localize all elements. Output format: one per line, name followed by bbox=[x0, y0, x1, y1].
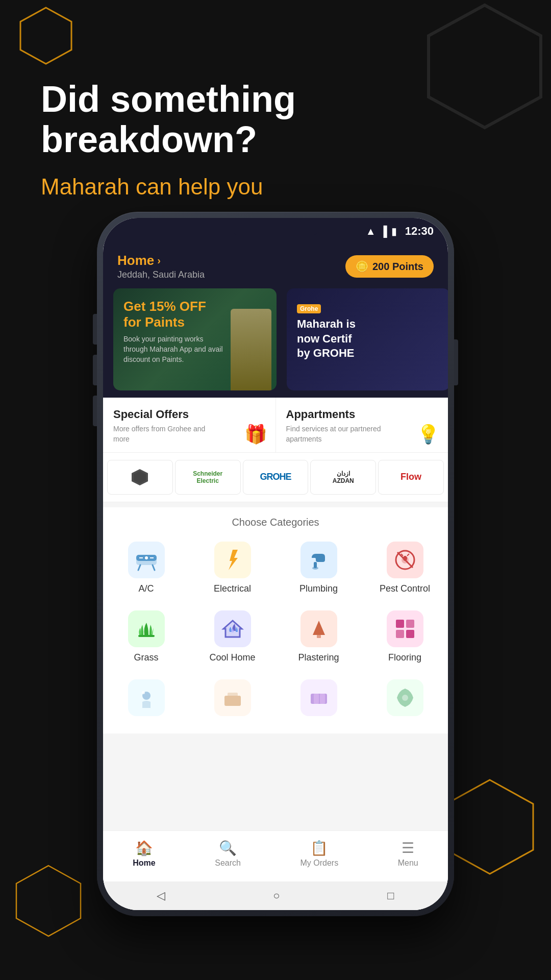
cool-home-label: Cool Home bbox=[209, 652, 255, 663]
special-offers-card[interactable]: Special Offers More offers from Grohee a… bbox=[103, 398, 276, 452]
svg-marker-13 bbox=[229, 550, 238, 570]
electrical-icon bbox=[220, 548, 245, 572]
offers-apartments-row: Special Offers More offers from Grohee a… bbox=[103, 398, 448, 453]
categories-grid: A/C Electrical bbox=[103, 533, 448, 729]
svg-marker-3 bbox=[16, 866, 81, 936]
android-home-button[interactable]: ○ bbox=[273, 889, 280, 902]
location-title[interactable]: Home › bbox=[117, 253, 205, 268]
hero-section: Did something breakdown? Maharah can hel… bbox=[41, 79, 510, 200]
brand-azdan-text: ازدانAZDAN bbox=[333, 470, 354, 485]
category-partial-4[interactable] bbox=[362, 671, 448, 729]
phone-inner: ▲ ▐ ▮ 12:30 Home › Jeddah, Saudi Arabia bbox=[103, 218, 448, 910]
pest-control-icon-wrapper bbox=[387, 542, 423, 578]
hex-decor-bottom-right bbox=[439, 776, 541, 878]
svg-rect-33 bbox=[228, 693, 238, 698]
points-badge[interactable]: 🪙 200 Points bbox=[345, 255, 434, 278]
home-nav-label: Home bbox=[133, 859, 155, 868]
svg-rect-27 bbox=[406, 620, 414, 628]
banner-card-paints[interactable]: Get 15% OFFfor Paints Book your painting… bbox=[113, 288, 277, 390]
signal-icon: ▐ bbox=[380, 226, 387, 237]
electrical-label: Electrical bbox=[214, 583, 251, 594]
partial-3-icon bbox=[307, 685, 331, 710]
app-content: Home › Jeddah, Saudi Arabia 🪙 200 Points bbox=[103, 244, 448, 910]
brands-row: SchneiderElectric GROHE ازدانAZDAN Flow bbox=[103, 453, 448, 502]
location-title-text: Home bbox=[117, 253, 154, 268]
points-value: 200 Points bbox=[372, 261, 423, 273]
apartments-card[interactable]: Appartments Find services at our partner… bbox=[276, 398, 448, 452]
flooring-icon bbox=[393, 617, 417, 641]
brand-m-logo bbox=[130, 467, 150, 487]
plumbing-label: Plumbing bbox=[299, 583, 338, 594]
android-back-button[interactable]: ◁ bbox=[157, 889, 165, 902]
category-plumbing[interactable]: Plumbing bbox=[276, 533, 362, 602]
plastering-icon-wrapper bbox=[300, 610, 337, 647]
category-grass[interactable]: Grass bbox=[103, 602, 189, 671]
svg-rect-25 bbox=[317, 635, 321, 638]
svg-rect-28 bbox=[396, 630, 404, 638]
nav-home[interactable]: 🏠 Home bbox=[133, 840, 155, 868]
grass-icon bbox=[134, 617, 159, 641]
pest-control-icon bbox=[393, 548, 417, 572]
category-plastering[interactable]: Plastering bbox=[276, 602, 362, 671]
hero-subtitle: Maharah can help you bbox=[41, 174, 510, 200]
status-time: 12:30 bbox=[405, 225, 434, 238]
battery-icon: ▮ bbox=[391, 225, 397, 237]
svg-rect-22 bbox=[138, 635, 155, 637]
brand-grohe-text: GROHE bbox=[260, 472, 291, 483]
brand-m[interactable] bbox=[107, 460, 173, 495]
hex-decor-top-left bbox=[15, 5, 77, 66]
plumbing-icon bbox=[307, 548, 331, 572]
brand-flow[interactable]: Flow bbox=[378, 460, 444, 495]
svg-line-9 bbox=[153, 565, 155, 570]
lamp-icon: 💡 bbox=[417, 424, 440, 445]
pest-control-label: Pest Control bbox=[380, 583, 430, 594]
partial-4-icon bbox=[393, 685, 417, 710]
cool-home-icon-wrapper bbox=[214, 610, 251, 647]
home-nav-icon: 🏠 bbox=[135, 840, 153, 856]
flooring-label: Flooring bbox=[388, 652, 421, 663]
category-partial-1[interactable] bbox=[103, 671, 189, 729]
brand-grohe[interactable]: GROHE bbox=[243, 460, 309, 495]
nav-menu[interactable]: ☰ Menu bbox=[398, 840, 418, 868]
banner-card-grohe[interactable]: Grohe Maharah isnow Certifby GROHE bbox=[287, 288, 448, 390]
ac-label: A/C bbox=[138, 583, 154, 594]
banner-lamp-image bbox=[231, 309, 271, 390]
brand-azdan[interactable]: ازدانAZDAN bbox=[310, 460, 376, 495]
status-icons: ▲ ▐ ▮ 12:30 bbox=[366, 225, 434, 238]
special-offers-desc: More offers from Grohee and more bbox=[113, 424, 215, 444]
plastering-icon bbox=[307, 617, 331, 641]
category-partial-3[interactable] bbox=[276, 671, 362, 729]
android-recents-button[interactable]: □ bbox=[387, 889, 394, 902]
svg-point-10 bbox=[145, 556, 148, 559]
grass-label: Grass bbox=[134, 652, 158, 663]
category-ac[interactable]: A/C bbox=[103, 533, 189, 602]
category-electrical[interactable]: Electrical bbox=[189, 533, 276, 602]
ac-icon-wrapper bbox=[128, 542, 165, 578]
category-partial-2[interactable] bbox=[189, 671, 276, 729]
menu-nav-icon: ☰ bbox=[402, 840, 414, 856]
partial-1-icon-wrapper bbox=[128, 679, 165, 716]
nav-search[interactable]: 🔍 Search bbox=[215, 840, 241, 868]
brand-schneider[interactable]: SchneiderElectric bbox=[175, 460, 241, 495]
special-offers-title: Special Offers bbox=[113, 408, 265, 421]
nav-my-orders[interactable]: 📋 My Orders bbox=[300, 840, 338, 868]
svg-marker-2 bbox=[446, 780, 533, 874]
location-subtitle: Jeddah, Saudi Arabia bbox=[117, 270, 205, 280]
search-nav-icon: 🔍 bbox=[219, 840, 237, 856]
partial-1-icon bbox=[134, 685, 159, 710]
svg-rect-26 bbox=[396, 620, 404, 628]
hex-decor-bottom-left bbox=[10, 863, 87, 939]
category-flooring[interactable]: Flooring bbox=[362, 602, 448, 671]
phone-mockup: ▲ ▐ ▮ 12:30 Home › Jeddah, Saudi Arabia bbox=[97, 212, 454, 916]
svg-point-15 bbox=[312, 567, 318, 570]
app-header: Home › Jeddah, Saudi Arabia 🪙 200 Points bbox=[103, 244, 448, 288]
banner-paints-content: Get 15% OFFfor Paints Book your painting… bbox=[123, 299, 226, 364]
category-cool-home[interactable]: Cool Home bbox=[189, 602, 276, 671]
category-pest-control[interactable]: Pest Control bbox=[362, 533, 448, 602]
certified-badge: Grohe bbox=[297, 304, 321, 313]
gift-icon: 🎁 bbox=[244, 424, 267, 445]
banner-certified-title: Maharah isnow Certifby GROHE bbox=[297, 317, 440, 361]
svg-point-19 bbox=[403, 556, 407, 561]
coin-icon: 🪙 bbox=[356, 260, 368, 273]
partial-2-icon-wrapper bbox=[214, 679, 251, 716]
